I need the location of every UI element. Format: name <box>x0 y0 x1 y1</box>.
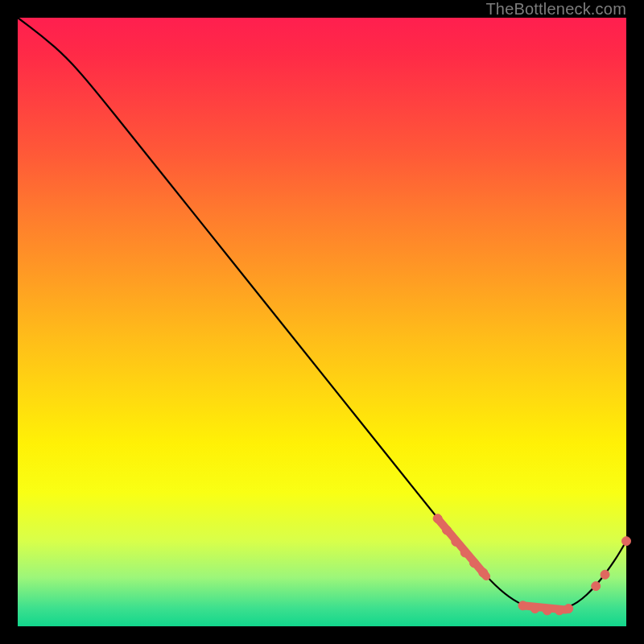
chart-svg <box>18 18 626 626</box>
watermark-text: TheBottleneck.com <box>485 0 626 19</box>
marker-dot <box>433 514 442 523</box>
marker-dot <box>470 559 479 568</box>
marker-dot <box>452 537 460 546</box>
marker-dot <box>622 537 631 546</box>
marker-dot <box>543 606 551 615</box>
chart-stage: TheBottleneck.com <box>0 0 644 644</box>
marker-layer <box>433 514 630 615</box>
marker-dot <box>518 601 527 610</box>
marker-dot <box>442 526 451 535</box>
marker-dot <box>479 568 488 577</box>
marker-dot <box>530 605 539 613</box>
bottleneck-curve <box>18 18 626 610</box>
marker-dot <box>555 606 564 615</box>
marker-dot <box>601 570 609 579</box>
marker-dot <box>564 605 573 613</box>
marker-dot <box>592 582 601 591</box>
marker-dot <box>460 548 469 557</box>
plot-area <box>18 18 626 626</box>
